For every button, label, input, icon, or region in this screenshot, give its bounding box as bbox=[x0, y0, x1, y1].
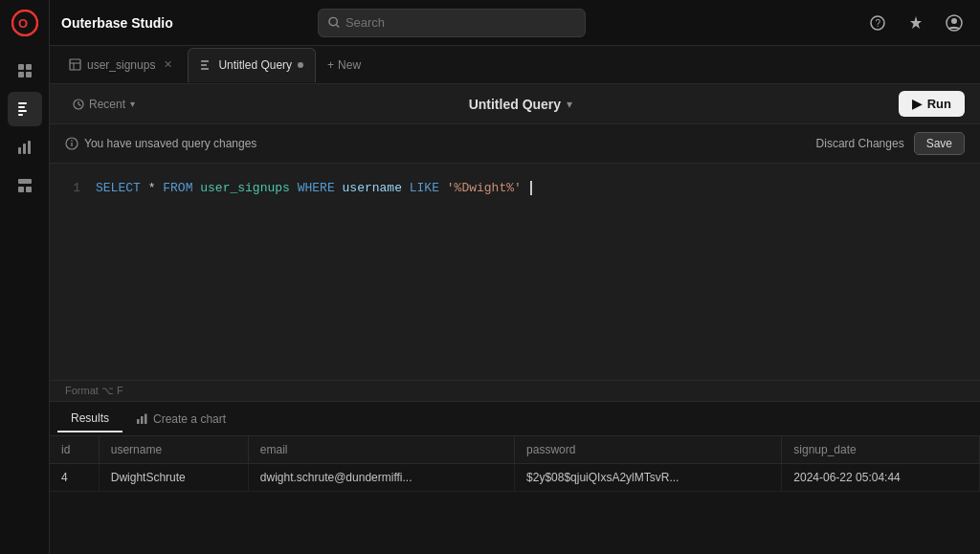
cell-signup-date: 2024-06-22 05:04:44 bbox=[782, 464, 980, 492]
search-icon bbox=[328, 16, 340, 29]
cell-id: 4 bbox=[50, 464, 99, 492]
cell-username: DwightSchrute bbox=[99, 464, 248, 492]
svg-rect-36 bbox=[141, 416, 144, 424]
topbar-actions: ? bbox=[863, 9, 969, 37]
svg-rect-2 bbox=[18, 64, 24, 70]
line-number: 1 bbox=[65, 179, 80, 199]
run-button[interactable]: ▶ Run bbox=[899, 91, 965, 117]
svg-point-34 bbox=[71, 140, 73, 142]
svg-rect-37 bbox=[145, 414, 147, 425]
svg-rect-14 bbox=[18, 187, 24, 192]
app-logo: O bbox=[10, 8, 40, 38]
results-table-wrap[interactable]: id username email password signup_date 4… bbox=[50, 436, 980, 554]
svg-rect-5 bbox=[26, 72, 32, 78]
results-panel: Results Create a chart id u bbox=[50, 401, 980, 554]
svg-rect-3 bbox=[26, 64, 32, 70]
help-button[interactable]: ? bbox=[863, 9, 892, 37]
col-id: id bbox=[50, 436, 99, 464]
column-name: username bbox=[343, 181, 402, 195]
help-icon: ? bbox=[870, 15, 885, 31]
query-title: Untitled Query bbox=[469, 97, 561, 112]
code-line-1: 1 SELECT * FROM user_signups WHERE usern… bbox=[65, 179, 965, 199]
format-label: Format ⌥ F bbox=[65, 385, 123, 397]
table-header-row: id username email password signup_date bbox=[50, 436, 980, 464]
keyword-select: SELECT bbox=[96, 181, 141, 195]
tab-close-user-signups[interactable]: ✕ bbox=[161, 58, 174, 72]
clock-icon bbox=[73, 99, 84, 110]
tabbar: user_signups ✕ Untitled Query + New bbox=[50, 46, 980, 84]
svg-point-16 bbox=[329, 17, 337, 25]
svg-rect-12 bbox=[28, 141, 31, 154]
keyword-where: WHERE bbox=[298, 181, 335, 195]
save-button[interactable]: Save bbox=[914, 132, 965, 155]
recent-label: Recent bbox=[89, 98, 125, 111]
code-content: SELECT * FROM user_signups WHERE usernam… bbox=[96, 179, 965, 199]
code-space: * bbox=[148, 181, 164, 195]
bar-chart-icon bbox=[136, 412, 148, 425]
svg-text:?: ? bbox=[875, 18, 880, 29]
table-name: user_signups bbox=[200, 181, 290, 195]
svg-rect-35 bbox=[137, 419, 140, 424]
unsaved-bar: You have unsaved query changes Discard C… bbox=[50, 124, 980, 164]
query-title-chevron-icon[interactable]: ▾ bbox=[567, 98, 572, 111]
svg-rect-13 bbox=[18, 179, 32, 184]
user-avatar-button[interactable] bbox=[940, 9, 969, 37]
svg-point-22 bbox=[951, 18, 957, 24]
tab-untitled-query[interactable]: Untitled Query bbox=[188, 48, 316, 82]
plus-icon: + bbox=[327, 58, 334, 72]
sidebar-item-grid[interactable] bbox=[8, 54, 42, 88]
sidebar-item-layout[interactable] bbox=[8, 168, 42, 203]
svg-rect-10 bbox=[18, 147, 21, 154]
sidebar: O bbox=[0, 0, 50, 554]
keyword-from: FROM bbox=[163, 181, 192, 195]
cell-password: $2y$08$qjuiQIxsA2ylMTsvR... bbox=[515, 464, 782, 492]
col-signup-date: signup_date bbox=[782, 436, 980, 464]
query-title-area: Untitled Query ▾ bbox=[154, 97, 887, 112]
tab-label: Untitled Query bbox=[218, 58, 292, 72]
keyword-like: LIKE bbox=[410, 181, 439, 195]
svg-rect-4 bbox=[18, 72, 24, 78]
tab-new[interactable]: + New bbox=[318, 55, 370, 76]
svg-text:O: O bbox=[18, 16, 28, 31]
svg-line-17 bbox=[336, 25, 339, 28]
search-input[interactable] bbox=[345, 15, 575, 30]
new-tab-label: New bbox=[338, 58, 361, 72]
code-editor[interactable]: 1 SELECT * FROM user_signups WHERE usern… bbox=[50, 164, 980, 380]
unsaved-message: You have unsaved query changes bbox=[65, 137, 256, 150]
topbar: Outerbase Studio ? bbox=[50, 0, 980, 46]
svg-rect-8 bbox=[18, 110, 27, 112]
discard-button[interactable]: Discard Changes bbox=[816, 137, 904, 150]
unsaved-text: You have unsaved query changes bbox=[84, 137, 256, 150]
col-password: password bbox=[515, 436, 782, 464]
unsaved-actions: Discard Changes Save bbox=[816, 132, 965, 155]
format-bar: Format ⌥ F bbox=[50, 380, 980, 401]
query-tab-icon bbox=[200, 59, 212, 72]
ai-button[interactable] bbox=[902, 9, 930, 37]
svg-rect-11 bbox=[23, 144, 26, 154]
ai-icon bbox=[908, 15, 924, 31]
query-toolbar: Recent ▾ Untitled Query ▾ ▶ Run bbox=[50, 84, 980, 124]
svg-rect-15 bbox=[26, 187, 32, 192]
search-bar[interactable] bbox=[318, 9, 586, 37]
recent-button[interactable]: Recent ▾ bbox=[65, 94, 143, 115]
svg-rect-23 bbox=[70, 59, 80, 70]
tab-create-chart[interactable]: Create a chart bbox=[122, 407, 239, 432]
play-icon: ▶ bbox=[912, 97, 922, 111]
svg-line-31 bbox=[78, 104, 81, 106]
query-panel: Recent ▾ Untitled Query ▾ ▶ Run You have… bbox=[50, 84, 980, 554]
run-label: Run bbox=[927, 97, 951, 111]
sidebar-item-chart[interactable] bbox=[8, 130, 42, 165]
table-icon bbox=[69, 58, 81, 71]
tab-results[interactable]: Results bbox=[57, 406, 122, 432]
tab-unsaved-dot bbox=[298, 62, 303, 68]
svg-rect-7 bbox=[18, 106, 25, 108]
svg-rect-28 bbox=[201, 68, 209, 70]
cell-email: dwight.schrute@dundermiffi... bbox=[248, 464, 514, 492]
sidebar-item-query[interactable] bbox=[8, 92, 42, 126]
app-title: Outerbase Studio bbox=[61, 15, 173, 31]
tab-user-signups[interactable]: user_signups ✕ bbox=[57, 48, 186, 82]
string-value: '%Dwight%' bbox=[447, 181, 522, 195]
table-row[interactable]: 4 DwightSchrute dwight.schrute@dundermif… bbox=[50, 464, 980, 492]
main-area: Outerbase Studio ? bbox=[50, 0, 980, 554]
col-username: username bbox=[99, 436, 248, 464]
